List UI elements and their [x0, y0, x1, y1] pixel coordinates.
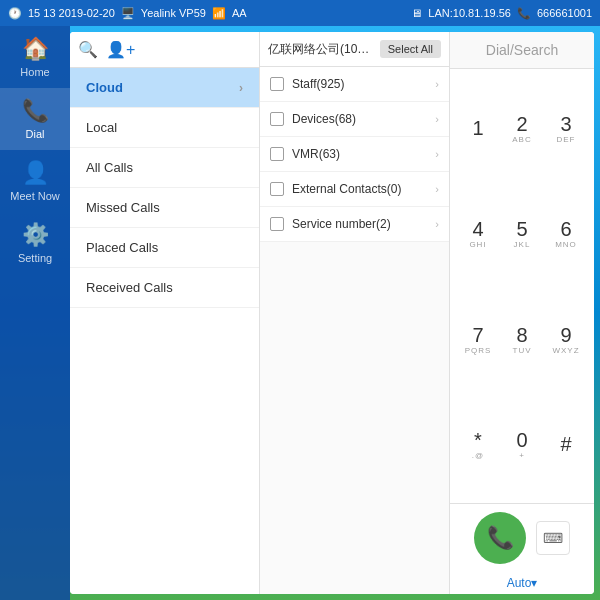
main-container: 🏠 Home 📞 Dial 👤 Meet Now ⚙️ Setting 🔍 👤+ — [0, 26, 600, 600]
dialer-actions: 📞 ⌨ — [450, 503, 594, 572]
nav-menu: Cloud › Local All Calls Missed Calls Pla… — [70, 68, 259, 594]
nav-label-missedcalls: Missed Calls — [86, 200, 160, 215]
numpad-1[interactable]: 1 — [456, 75, 500, 181]
contact-checkbox-devices[interactable] — [270, 112, 284, 126]
call-button[interactable]: 📞 — [474, 512, 526, 564]
contacts-tab-header: 🔍 👤+ — [70, 32, 259, 68]
status-right: 🖥 LAN:10.81.19.56 📞 666661001 — [411, 7, 592, 20]
numpad-2-sub: ABC — [512, 136, 531, 144]
numpad-9-main: 9 — [560, 323, 571, 347]
device-name: Yealink VP59 — [141, 7, 206, 19]
sidebar-item-meetnow[interactable]: 👤 Meet Now — [0, 150, 70, 212]
numpad-9-sub: WXYZ — [552, 347, 579, 355]
nav-item-placedcalls[interactable]: Placed Calls — [70, 228, 259, 268]
keyboard-button[interactable]: ⌨ — [536, 521, 570, 555]
numpad-1-main: 1 — [472, 116, 483, 140]
numpad-8[interactable]: 8 TUV — [500, 286, 544, 392]
numpad-8-main: 8 — [516, 323, 527, 347]
numpad-6-sub: MNO — [555, 241, 577, 249]
clock-icon: 🕐 — [8, 7, 22, 20]
chevron-right-icon: › — [435, 183, 439, 195]
numpad-4-main: 4 — [472, 217, 483, 241]
add-contact-icon[interactable]: 👤+ — [106, 40, 135, 59]
phone-icon: 📞 — [517, 7, 531, 20]
chevron-right-icon: › — [239, 81, 243, 95]
nav-label-allcalls: All Calls — [86, 160, 133, 175]
middle-panel: 亿联网络公司(1058) Select All Staff(925) › Dev… — [260, 32, 450, 594]
chevron-right-icon: › — [435, 218, 439, 230]
list-item[interactable]: VMR(63) › — [260, 137, 449, 172]
nav-item-receivedcalls[interactable]: Received Calls — [70, 268, 259, 308]
dialer-panel: Dial/Search 1 2 ABC 3 DEF 4 GH — [450, 32, 594, 594]
numpad-2[interactable]: 2 ABC — [500, 75, 544, 181]
chevron-right-icon: › — [435, 148, 439, 160]
nav-item-local[interactable]: Local — [70, 108, 259, 148]
numpad-9[interactable]: 9 WXYZ — [544, 286, 588, 392]
numpad-hash-main: # — [560, 432, 571, 456]
home-icon: 🏠 — [22, 36, 49, 62]
numpad-5-sub: JKL — [514, 241, 531, 249]
numpad-4[interactable]: 4 GHI — [456, 181, 500, 287]
wifi-icon: 📶 — [212, 7, 226, 20]
numpad-8-sub: TUV — [513, 347, 532, 355]
numpad-hash[interactable]: # — [544, 392, 588, 498]
left-panel: 🔍 👤+ Cloud › Local All Calls Missed Call… — [70, 32, 260, 594]
chevron-right-icon: › — [435, 78, 439, 90]
nav-item-cloud[interactable]: Cloud › — [70, 68, 259, 108]
device-icon: 🖥️ — [121, 7, 135, 20]
contact-checkbox-staff[interactable] — [270, 77, 284, 91]
nav-label-local: Local — [86, 120, 117, 135]
numpad-4-sub: GHI — [469, 241, 486, 249]
numpad-6-main: 6 — [560, 217, 571, 241]
numpad-2-main: 2 — [516, 112, 527, 136]
nav-label-receivedcalls: Received Calls — [86, 280, 173, 295]
dial-icon: 📞 — [22, 98, 49, 124]
chevron-right-icon: › — [435, 113, 439, 125]
numpad-star-main: * — [474, 428, 482, 452]
contact-checkbox-vmr[interactable] — [270, 147, 284, 161]
contact-checkbox-service[interactable] — [270, 217, 284, 231]
contact-name-service: Service number(2) — [292, 217, 427, 231]
auto-dropdown[interactable]: Auto▾ — [450, 572, 594, 594]
numpad: 1 2 ABC 3 DEF 4 GHI 5 JKL — [450, 69, 594, 503]
content-area: 🔍 👤+ Cloud › Local All Calls Missed Call… — [70, 32, 594, 594]
numpad-3-sub: DEF — [557, 136, 576, 144]
sidebar-item-home[interactable]: 🏠 Home — [0, 26, 70, 88]
sidebar-item-dial[interactable]: 📞 Dial — [0, 88, 70, 150]
list-item[interactable]: Staff(925) › — [260, 67, 449, 102]
numpad-star[interactable]: * .@ — [456, 392, 500, 498]
contact-name-devices: Devices(68) — [292, 112, 427, 126]
status-left: 🕐 15 13 2019-02-20 🖥️ Yealink VP59 📶 AA — [8, 7, 247, 20]
company-name: 亿联网络公司(1058) — [268, 41, 374, 58]
list-item[interactable]: Devices(68) › — [260, 102, 449, 137]
list-item[interactable]: External Contacts(0) › — [260, 172, 449, 207]
contact-name-staff: Staff(925) — [292, 77, 427, 91]
numpad-3[interactable]: 3 DEF — [544, 75, 588, 181]
sidebar-item-setting[interactable]: ⚙️ Setting — [0, 212, 70, 274]
numpad-0-sub: + — [519, 452, 525, 460]
numpad-6[interactable]: 6 MNO — [544, 181, 588, 287]
numpad-star-sub: .@ — [472, 452, 484, 460]
contact-checkbox-external[interactable] — [270, 182, 284, 196]
aa-label: AA — [232, 7, 247, 19]
lan-info: LAN:10.81.19.56 — [428, 7, 511, 19]
select-all-button[interactable]: Select All — [380, 40, 441, 58]
nav-item-missedcalls[interactable]: Missed Calls — [70, 188, 259, 228]
list-item[interactable]: Service number(2) › — [260, 207, 449, 242]
numpad-7-main: 7 — [472, 323, 483, 347]
sidebar-label-setting: Setting — [18, 252, 52, 264]
nav-label-cloud: Cloud — [86, 80, 123, 95]
middle-header: 亿联网络公司(1058) Select All — [260, 32, 449, 67]
status-time: 15 13 2019-02-20 — [28, 7, 115, 19]
numpad-0[interactable]: 0 + — [500, 392, 544, 498]
sidebar-label-meetnow: Meet Now — [10, 190, 60, 202]
search-icon[interactable]: 🔍 — [78, 40, 98, 59]
sidebar-label-home: Home — [20, 66, 49, 78]
numpad-3-main: 3 — [560, 112, 571, 136]
contact-name-vmr: VMR(63) — [292, 147, 427, 161]
numpad-5[interactable]: 5 JKL — [500, 181, 544, 287]
nav-item-allcalls[interactable]: All Calls — [70, 148, 259, 188]
ext-number: 666661001 — [537, 7, 592, 19]
dial-search-bar[interactable]: Dial/Search — [450, 32, 594, 69]
numpad-7[interactable]: 7 PQRS — [456, 286, 500, 392]
